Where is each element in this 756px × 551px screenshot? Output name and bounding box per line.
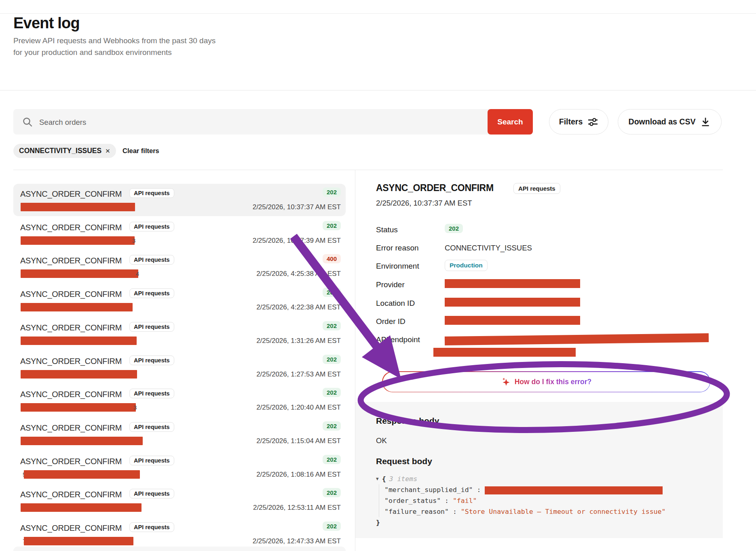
event-log-page: Event log Preview API requests and Webho… (0, 0, 756, 551)
event-id-row: 4 (23, 269, 139, 278)
json-key: "failure_reason" (384, 508, 449, 515)
page-subtitle: Preview API requests and Webhooks from t… (13, 35, 222, 58)
api-endpoint-redaction-bar (445, 333, 709, 345)
redaction-bar (24, 470, 140, 479)
next-row-peek (13, 547, 346, 551)
json-key: "merchant_supplied_id" (384, 486, 473, 494)
json-key: "order_status" (384, 497, 441, 505)
response-body-heading: Response body (376, 416, 439, 426)
status-code-badge: 202 (323, 321, 341, 330)
event-list-item[interactable]: ASYNC_ORDER_CONFIRM API requests 400 4 2… (13, 250, 346, 283)
status-code-badge: 202 (323, 522, 341, 531)
event-timestamp: 2/25/2026, 1:27:53 AM EST (256, 370, 341, 379)
status-code-badge: 202 (323, 388, 341, 397)
event-title: ASYNC_ORDER_CONFIRM (20, 189, 122, 199)
detail-title: ASYNC_ORDER_CONFIRM (376, 183, 494, 193)
json-value: "fail" (453, 497, 477, 505)
search-button[interactable]: Search (488, 109, 533, 135)
json-line-order-status: "order_status" : "fail" (384, 495, 665, 506)
filters-label: Filters (559, 117, 583, 126)
remove-filter-icon[interactable]: ✕ (105, 147, 110, 155)
event-title: ASYNC_ORDER_CONFIRM (20, 390, 122, 399)
redaction-bar (21, 437, 143, 445)
detail-status-badge: 202 (445, 224, 463, 233)
response-body-value: OK (376, 436, 387, 445)
api-requests-badge: API requests (129, 422, 174, 432)
search-input[interactable] (38, 109, 481, 135)
download-csv-label: Download as CSV (629, 117, 696, 126)
api-requests-badge: API requests (129, 489, 174, 498)
search-icon (22, 117, 33, 127)
request-body-heading: Request body (376, 456, 432, 466)
json-colon: : (453, 508, 457, 515)
redaction-bar (21, 336, 137, 345)
event-timestamp: 2/25/2026, 4:22:38 AM EST (256, 303, 341, 311)
redaction-bar (21, 403, 136, 412)
event-timestamp: 2/25/2026, 1:31:26 AM EST (256, 337, 341, 345)
event-timestamp: 2/25/2026, 10:07:39 AM EST (253, 237, 341, 245)
event-id-row (23, 370, 135, 379)
environment-badge: Production (445, 260, 488, 271)
event-list-item[interactable]: ASYNC_ORDER_CONFIRM API requests 202 2/2… (13, 284, 346, 316)
how-do-i-fix-button-inner: How do I fix this error? (383, 372, 710, 392)
event-list-item[interactable]: ASYNC_ORDER_CONFIRM API requests 202 2/2… (13, 418, 346, 450)
status-code-badge: 202 (323, 421, 341, 431)
event-title: ASYNC_ORDER_CONFIRM (20, 423, 122, 433)
status-code-badge: 202 (323, 288, 341, 297)
status-code-badge: 202 (323, 488, 341, 497)
download-csv-button[interactable]: Download as CSV (618, 109, 722, 135)
clear-filters-link[interactable]: Clear filters (122, 147, 159, 155)
event-list-item[interactable]: ASYNC_ORDER_CONFIRM API requests 202 2/2… (13, 184, 346, 216)
filter-chip-label: CONNECTIVITY_ISSUES (19, 147, 101, 155)
status-code-badge: 202 (323, 187, 341, 197)
event-timestamp: 2/25/2026, 12:47:33 AM EST (253, 537, 341, 545)
json-line-failure-reason: "failure_reason" : "Store Unavailable – … (384, 506, 665, 517)
json-open-brace: { (382, 473, 386, 484)
event-list-item[interactable]: ASYNC_ORDER_CONFIRM API requests 202 3 2… (13, 384, 346, 416)
api-requests-badge: API requests (129, 188, 174, 198)
json-body: "merchant_supplied_id" : "order_status" … (379, 484, 665, 517)
api-requests-badge: API requests (129, 456, 174, 465)
api-requests-badge: API requests (129, 389, 174, 398)
filters-button[interactable]: Filters (549, 109, 608, 135)
collapse-triangle-icon[interactable]: ▼ (376, 473, 379, 484)
event-list-item[interactable]: ASYNC_ORDER_CONFIRM API requests 202 2/2… (13, 351, 346, 383)
download-icon (700, 117, 711, 127)
api-requests-badge: API requests (129, 288, 174, 298)
status-code-badge: 400 (323, 254, 341, 263)
redaction-bar (21, 303, 133, 311)
event-timestamp: 2/25/2026, 12:53:11 AM EST (253, 504, 341, 512)
event-list-item[interactable]: ASYNC_ORDER_CONFIRM API requests 202 2/2… (13, 318, 346, 350)
detail-api-requests-badge: API requests (513, 183, 560, 194)
event-title: ASYNC_ORDER_CONFIRM (20, 457, 122, 466)
event-id-row: 7 (23, 537, 131, 545)
order-id-label: Order ID (376, 317, 405, 326)
api-requests-badge: API requests (129, 222, 174, 231)
event-list-item[interactable]: ASYNC_ORDER_CONFIRM API requests 202 5 2… (13, 451, 346, 484)
event-id-row (23, 437, 140, 445)
api-endpoint-redaction-bar-2 (433, 348, 576, 357)
json-colon: : (445, 497, 449, 505)
sparkle-icon (501, 377, 511, 387)
redaction-bar (21, 269, 138, 278)
content-divider (13, 170, 723, 170)
api-requests-badge: API requests (129, 522, 174, 532)
event-title: ASYNC_ORDER_CONFIRM (20, 490, 122, 499)
status-code-badge: 202 (323, 355, 341, 364)
provider-redaction-bar (445, 279, 580, 288)
event-id-row: 3 (23, 403, 137, 412)
redaction-bar (21, 236, 135, 245)
event-list-item[interactable]: ASYNC_ORDER_CONFIRM API requests 202 2/2… (13, 484, 346, 517)
json-value-redaction-bar (485, 486, 663, 494)
filter-chip-connectivity-issues[interactable]: CONNECTIVITY_ISSUES ✕ (13, 144, 116, 158)
json-root-line: ▼ { 3 items (376, 473, 665, 484)
event-title: ASYNC_ORDER_CONFIRM (20, 223, 122, 232)
event-list-item[interactable]: ASYNC_ORDER_CONFIRM API requests 202 3 2… (13, 217, 346, 250)
api-requests-badge: API requests (129, 255, 174, 265)
event-list-item[interactable]: ASYNC_ORDER_CONFIRM API requests 202 7 2… (13, 518, 346, 550)
header-divider (0, 90, 756, 90)
how-do-i-fix-button[interactable]: How do I fix this error? (382, 371, 710, 392)
json-line-merchant: "merchant_supplied_id" : (384, 484, 665, 495)
status-field-label: Status (376, 225, 398, 234)
how-do-i-fix-label: How do I fix this error? (515, 378, 592, 386)
